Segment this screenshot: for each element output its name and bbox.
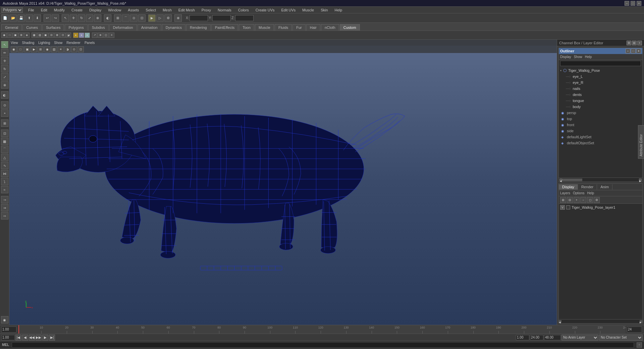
scale-tool-lt[interactable]: ⤢ [1,73,8,81]
tb2-btn14[interactable]: ● [79,33,84,38]
show-manipulator-button[interactable]: ⊕ [174,14,182,22]
z-coord-input[interactable] [235,15,254,21]
scroll-left-btn[interactable]: ◂ [559,179,562,181]
menu-skin[interactable]: Skin [319,7,329,13]
vp-grid-btn[interactable]: ⊡ [78,46,84,52]
step-back-btn[interactable]: ◀ [22,335,28,341]
tree-item-side[interactable]: ◉ side [559,128,642,134]
timeline-end-input[interactable] [627,327,642,333]
tb2-btn9[interactable]: ⊟ [49,33,54,38]
menu-edit[interactable]: Edit [40,7,49,13]
soft-select-button[interactable]: ◐ [104,14,111,22]
layer-remove-sel-btn[interactable]: − [580,197,586,203]
command-input[interactable] [12,342,634,348]
tab-fur[interactable]: Fur [292,24,306,31]
vp-select-btn[interactable]: □ [17,46,23,52]
vp-texture-btn[interactable]: ▧ [51,46,57,52]
tab-surfaces[interactable]: Surfaces [42,24,64,31]
minimize-button[interactable]: − [625,1,629,6]
vp-xray-btn[interactable]: ⊙ [71,46,77,52]
script-editor-btn[interactable]: ≡ [637,342,642,348]
panel-settings-btn[interactable]: ⚙ [627,41,631,45]
outliner-search-input[interactable] [560,61,641,66]
timeline-ruler[interactable]: 1102030405060708090100110120130140150160… [18,325,626,334]
panel-dock-btn[interactable]: ⊞ [632,41,637,45]
tab-subdivs[interactable]: Subdivs [88,24,109,31]
menu-create-uvs[interactable]: Create UVs [254,7,276,13]
playback-speed-input[interactable] [544,335,561,340]
menu-normals[interactable]: Normals [216,7,233,13]
twist-lt[interactable]: ⤵ [1,178,8,185]
range-end-input[interactable] [530,335,543,340]
play-fwd-btn[interactable]: ▶▶ [36,335,42,341]
play-back-btn[interactable]: ◀◀ [29,335,35,341]
outliner-close-btn[interactable]: × [636,49,641,53]
lattice-lt[interactable]: ▦ [1,138,8,145]
menu-file[interactable]: File [27,7,36,13]
squash-lt[interactable]: ⋈ [1,170,8,177]
tb2-btn11[interactable]: ⊡ [60,33,65,38]
wave-lt[interactable]: ≈ [1,186,8,193]
tb2-btn3[interactable]: ▣ [13,33,18,38]
sine-lt[interactable]: ∿ [1,162,8,169]
tab-fluids[interactable]: Fluids [275,24,292,31]
bend-lt[interactable]: ⌒ [1,146,8,153]
tree-item-persp[interactable]: ◉ persp [559,110,642,116]
tb2-btn12[interactable]: ◪ [66,33,71,38]
menu-modify[interactable]: Modify [53,7,66,13]
timeline-area[interactable]: 1102030405060708090100110120130140150160… [0,325,644,334]
close-button[interactable]: × [637,1,641,6]
tb2-btn8[interactable]: ▣ [43,33,48,38]
universal-tool-lt[interactable]: ⊕ [1,81,8,89]
vp-menu-show[interactable]: Show [54,41,62,45]
rotate-tool-button[interactable]: ↻ [78,14,85,22]
tree-item-tiger-pose[interactable]: ▾ ⬡ Tiger_Walkig_Pose [559,67,642,73]
tb2-btn1[interactable]: ◉ [1,33,7,38]
tree-item-top[interactable]: ◉ top [559,116,642,122]
mode-selector[interactable]: Polygons [1,7,23,13]
paint-sel-lt[interactable]: ⚬ [1,109,8,117]
scroll-thumb[interactable] [562,179,582,181]
cluster-lt[interactable]: ⊡ [1,130,8,137]
tab-polygons[interactable]: Polygons [65,24,87,31]
tab-deformation[interactable]: Deformation [109,24,137,31]
snap-curve-button[interactable]: ⌒ [122,14,129,22]
vp-menu-renderer[interactable]: Renderer [66,41,80,45]
layer-tab-anim[interactable]: Anim [597,184,612,190]
anim-layer-select[interactable]: No Anim Layer [561,335,598,341]
tab-painteffects[interactable]: PaintEffects [211,24,238,31]
layer-new-btn[interactable]: ⊞ [560,197,566,203]
menu-muscle[interactable]: Muscle [301,7,315,13]
layer-scroll-left[interactable]: ◂ [559,320,561,323]
step-fwd-btn[interactable]: ▶ [42,335,48,341]
select-tool-button[interactable]: ↖ [62,14,69,22]
tb2-btn15[interactable]: ● [85,33,90,38]
tab-toon[interactable]: Toon [239,24,254,31]
render-settings-button[interactable]: ⚙ [164,14,172,22]
soft-mod-lt[interactable]: ◐ [1,91,8,99]
vp-render-btn[interactable]: ▣ [24,46,30,52]
tab-hair[interactable]: Hair [306,24,320,31]
timeline-start-input[interactable] [1,327,16,333]
vp-light-btn[interactable]: ☀ [58,46,64,52]
layer-add-sel-btn[interactable]: + [574,197,580,203]
redo-button[interactable]: ↪ [52,14,59,22]
char-set-select[interactable]: No Character Set [599,335,643,341]
tb2-btn18[interactable]: ◫ [103,33,109,38]
tree-item-tongue[interactable]: —○ tongue [559,98,642,104]
outliner-show-menu[interactable]: Show [574,55,582,59]
tb2-btn17[interactable]: ⊕ [98,33,103,38]
layer-delete-btn[interactable]: ⊟ [567,197,573,203]
tab-dynamics[interactable]: Dynamics [162,24,185,31]
joints-lt[interactable]: ⊸ [1,196,8,203]
layer-settings-btn[interactable]: ⚙ [594,197,600,203]
render-button[interactable]: ▶ [148,14,156,22]
y-coord-input[interactable] [212,15,231,21]
vp-wireframe-btn[interactable]: ⊞ [38,46,44,52]
menu-window[interactable]: Window [107,7,122,13]
tab-rendering[interactable]: Rendering [186,24,211,31]
outliner-scroll-bar[interactable]: ◂ ▸ [559,178,642,182]
menu-display[interactable]: Display [88,7,103,13]
tree-item-light-set[interactable]: ◈ defaultLightSet [559,134,642,140]
tb2-btn5[interactable]: ◈ [24,33,30,38]
